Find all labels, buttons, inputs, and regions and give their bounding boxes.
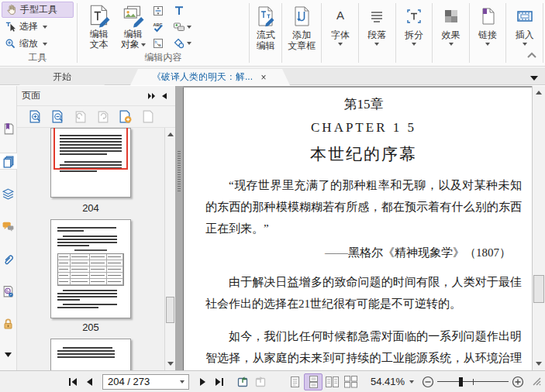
ribbon-group-edit-content: 编辑 文本 编辑 对象 ABC ba — [79, 0, 247, 66]
thumbnail-zoom-out-button[interactable] — [49, 108, 66, 126]
spell-check-button[interactable]: ABC — [151, 19, 165, 35]
callout-dropdown-arrow[interactable] — [187, 26, 191, 29]
effect-icon — [441, 6, 461, 26]
link-dropdown-arrow[interactable] — [485, 43, 490, 46]
callout-icon — [173, 21, 185, 33]
effect-button[interactable]: 效果 — [434, 0, 467, 66]
reflow-edit-button[interactable]: 流式 编辑 — [251, 0, 280, 66]
thumbnail-page-205[interactable] — [50, 219, 131, 318]
document-page[interactable]: 第15章 CHAPTER 1 5 本世纪的序幕 “现存世界里充满了的那种粗率和无… — [183, 88, 542, 370]
scroll-down-button[interactable] — [165, 358, 175, 370]
ribbon-separator — [543, 3, 543, 63]
ribbon-separator — [432, 3, 433, 63]
pages-panel-button[interactable] — [0, 153, 17, 170]
next-view-button[interactable] — [251, 373, 268, 390]
rotate-left-button[interactable] — [71, 108, 88, 126]
zoom-slider-thumb[interactable] — [459, 377, 463, 387]
hand-tool-button[interactable]: 手型工具 — [2, 2, 74, 18]
document-scrollbar[interactable] — [532, 86, 545, 370]
callout-button[interactable] — [172, 19, 192, 35]
thumbnail-label-204[interactable]: 204 — [50, 202, 131, 214]
select-cursor-icon — [5, 21, 16, 33]
paperclip-icon — [2, 253, 15, 266]
zoom-magnifier-icon — [5, 38, 16, 50]
paragraph-button[interactable]: 段落 — [360, 0, 394, 66]
thumbnail-label-205[interactable]: 205 — [50, 322, 131, 333]
select-tool-button[interactable]: 选择 — [2, 19, 74, 35]
tab-start[interactable]: 开始 — [19, 69, 105, 85]
page-field-dropdown-arrow[interactable] — [180, 380, 185, 383]
font-dropdown-arrow[interactable] — [338, 43, 343, 46]
tab-document[interactable]: 《破译人类的明天：解... × — [130, 69, 290, 85]
add-text-button[interactable] — [172, 3, 192, 19]
split-dropdown-arrow[interactable] — [412, 43, 416, 46]
replace-text-button[interactable]: ba — [151, 36, 165, 51]
panel-expand-button[interactable] — [5, 349, 12, 360]
zoom-out-button[interactable] — [422, 373, 434, 390]
scrollbar-thumb[interactable] — [533, 275, 544, 303]
thumbnail-zoom-in-button[interactable] — [26, 108, 43, 126]
scroll-down-button[interactable] — [533, 358, 545, 370]
edit-object-button[interactable]: 编辑 对象 — [116, 2, 150, 50]
previous-view-button[interactable] — [234, 373, 251, 390]
add-text-icon — [173, 5, 185, 17]
double-arrow-right-icon — [147, 92, 157, 100]
tab-close-button[interactable]: × — [259, 72, 268, 83]
layers-panel-button[interactable] — [0, 185, 17, 202]
facing-pages-view-icon — [326, 376, 339, 388]
resize-grip[interactable] — [530, 375, 541, 388]
signatures-panel-button[interactable] — [0, 283, 17, 300]
add-article-box-button[interactable]: 添加 文章框 — [284, 0, 319, 66]
select-dropdown-arrow[interactable] — [43, 26, 47, 29]
main-area: 页面 — [0, 86, 545, 370]
facing-pages-view-button[interactable] — [323, 373, 341, 390]
panel-splitter-handle[interactable] — [175, 86, 183, 370]
thumbnail-scrollbar[interactable] — [164, 128, 175, 370]
zoom-tool-button[interactable]: 缩放 — [2, 36, 74, 52]
shape-dropdown-arrow[interactable] — [187, 42, 191, 45]
insert-dropdown-arrow[interactable] — [523, 43, 527, 46]
thumbnail-page-206[interactable] — [50, 339, 131, 370]
security-panel-button[interactable] — [0, 315, 17, 332]
scroll-up-button[interactable] — [165, 129, 175, 140]
page-number-input[interactable] — [103, 376, 178, 387]
attachments-panel-button[interactable] — [0, 250, 17, 267]
first-page-button[interactable] — [64, 373, 81, 390]
thumbnail-page-204[interactable] — [50, 128, 131, 198]
scrollbar-thumb[interactable] — [166, 297, 174, 323]
insert-page-button[interactable] — [116, 108, 133, 126]
zoom-in-button[interactable] — [512, 373, 524, 390]
body-paragraph-2: 如今，我们比任何时候都急需对面临的一系列问题作出明智选择，从家庭的未来到可持续的… — [205, 325, 522, 370]
last-page-button[interactable] — [211, 373, 228, 390]
font-button[interactable]: A 字体 — [323, 0, 357, 66]
edit-text-button[interactable]: 编辑 文本 — [82, 2, 116, 50]
shape-button[interactable] — [172, 36, 192, 51]
tab-overflow-button[interactable] — [529, 73, 539, 84]
continuous-facing-view-button[interactable] — [341, 373, 360, 390]
scroll-up-button[interactable] — [533, 87, 545, 98]
panel-collapse-button[interactable] — [158, 90, 171, 102]
previous-page-button[interactable] — [81, 373, 98, 390]
zoom-dropdown-arrow[interactable] — [409, 380, 414, 383]
bookmarks-panel-button[interactable] — [0, 120, 17, 137]
zoom-slider[interactable] — [437, 373, 509, 390]
merge-split-text-button[interactable] — [151, 3, 165, 19]
svg-text:A: A — [336, 9, 344, 22]
continuous-view-button[interactable] — [304, 373, 323, 390]
rotate-right-button[interactable] — [94, 108, 111, 126]
next-page-button[interactable] — [194, 373, 211, 390]
edit-object-dropdown-arrow[interactable] — [141, 43, 146, 46]
effect-dropdown-arrow[interactable] — [449, 43, 454, 46]
page-number-field[interactable] — [102, 374, 189, 390]
current-view-indicator[interactable] — [53, 128, 128, 170]
split-button[interactable]: 拆分 — [398, 0, 431, 66]
panel-dock-button[interactable] — [146, 90, 158, 102]
paragraph-dropdown-arrow[interactable] — [374, 43, 379, 46]
insert-label: 插入 — [516, 29, 534, 40]
zoom-dropdown-arrow[interactable] — [43, 43, 47, 46]
comments-panel-button[interactable] — [0, 218, 17, 235]
ribbon-collapse-button[interactable] — [526, 50, 537, 61]
single-page-view-button[interactable] — [285, 373, 304, 390]
link-button[interactable]: 链接 — [471, 0, 505, 66]
more-page-tools-button[interactable] — [139, 108, 156, 126]
